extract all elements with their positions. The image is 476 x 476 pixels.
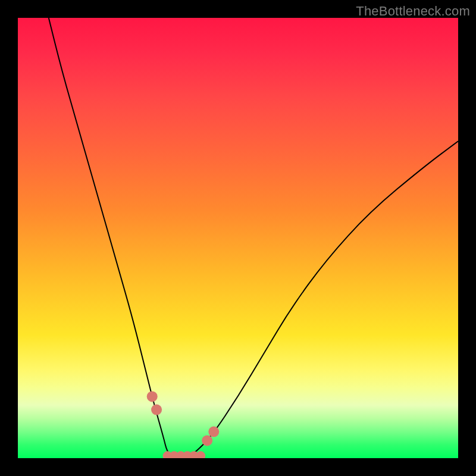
floor-dot — [196, 451, 205, 458]
chart-frame: TheBottleneck.com — [0, 0, 476, 476]
curve-marker — [208, 427, 219, 437]
curve-marker — [151, 405, 162, 415]
floor-dots — [163, 451, 206, 458]
plot-area — [18, 18, 458, 458]
curve-marker — [147, 391, 158, 402]
bottleneck-curve — [49, 18, 458, 458]
curve-svg — [18, 18, 458, 458]
curve-marker — [202, 435, 212, 446]
watermark-text: TheBottleneck.com — [356, 4, 470, 19]
